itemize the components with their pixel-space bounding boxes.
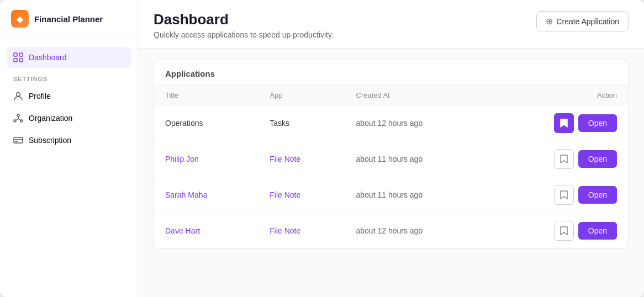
cell-app: Tasks — [258, 105, 345, 141]
sidebar-logo: ◆ Financial Planner — [0, 0, 138, 38]
main-content: Dashboard Quickly access applications to… — [138, 0, 644, 297]
table-row: Philip Jon File Note about 11 hours ago … — [154, 141, 628, 177]
col-title: Title — [154, 86, 258, 105]
org-icon — [13, 113, 23, 123]
plus-circle-icon: ⊕ — [546, 16, 553, 26]
col-app: App — [258, 86, 345, 105]
cell-action: Open — [489, 177, 628, 213]
svg-rect-0 — [14, 53, 17, 56]
table-section-title: Applications — [154, 60, 628, 85]
table-header: Title App Created At Action — [154, 86, 628, 105]
cell-action: Open — [489, 141, 628, 177]
cell-app: File Note — [258, 213, 345, 249]
cell-title: Dave Hart — [154, 213, 258, 249]
bookmark-button[interactable] — [554, 221, 574, 241]
open-button[interactable]: Open — [578, 114, 617, 132]
svg-rect-2 — [14, 59, 17, 62]
grid-icon — [13, 52, 23, 62]
cell-created-at: about 12 hours ago — [345, 213, 489, 249]
bookmark-button[interactable] — [554, 113, 574, 133]
page-header: Dashboard Quickly access applications to… — [138, 0, 644, 49]
cell-title: Sarah Maha — [154, 177, 258, 213]
cell-title: Philip Jon — [154, 141, 258, 177]
svg-rect-8 — [14, 137, 23, 143]
cell-created-at: about 11 hours ago — [345, 177, 489, 213]
app-name: Financial Planner — [34, 14, 103, 24]
applications-card: Applications Title App Created At Action… — [154, 60, 629, 249]
dashboard-label: Dashboard — [29, 53, 67, 62]
table-row: Operations Tasks about 12 hours ago Open — [154, 105, 628, 141]
cell-action: Open — [489, 213, 628, 249]
table-area: Applications Title App Created At Action… — [138, 49, 644, 297]
applications-table: Title App Created At Action Operations T… — [154, 85, 628, 248]
card-icon — [13, 135, 23, 145]
svg-rect-1 — [19, 53, 23, 56]
bookmark-button[interactable] — [554, 185, 574, 205]
table-row: Sarah Maha File Note about 11 hours ago … — [154, 177, 628, 213]
open-button[interactable]: Open — [578, 222, 617, 240]
user-icon — [13, 91, 23, 101]
table-body: Operations Tasks about 12 hours ago Open… — [154, 105, 628, 249]
cell-app: File Note — [258, 141, 345, 177]
organization-label: Organization — [29, 114, 72, 123]
page-title: Dashboard — [154, 11, 334, 28]
sidebar-item-profile[interactable]: Profile — [7, 86, 131, 107]
create-application-button[interactable]: ⊕ Create Application — [536, 11, 629, 31]
settings-section-label: SETTINGS — [7, 69, 131, 86]
sidebar: ◆ Financial Planner Dashboard SETTINGS — [0, 0, 138, 297]
sidebar-item-subscription[interactable]: Subscription — [7, 130, 131, 151]
col-created-at: Created At — [345, 86, 489, 105]
logo-icon: ◆ — [11, 10, 29, 28]
header-text: Dashboard Quickly access applications to… — [154, 11, 334, 39]
svg-rect-3 — [19, 59, 23, 62]
table-row: Dave Hart File Note about 12 hours ago O… — [154, 213, 628, 249]
cell-created-at: about 11 hours ago — [345, 141, 489, 177]
create-button-label: Create Application — [556, 17, 619, 26]
profile-label: Profile — [29, 92, 51, 100]
subscription-label: Subscription — [29, 136, 71, 145]
page-subtitle: Quickly access applications to speed up … — [154, 30, 334, 39]
open-button[interactable]: Open — [578, 150, 617, 168]
sidebar-nav: Dashboard SETTINGS Profile — [0, 38, 138, 161]
cell-action: Open — [489, 105, 628, 141]
bookmark-button[interactable] — [554, 149, 574, 169]
cell-app: File Note — [258, 177, 345, 213]
cell-created-at: about 12 hours ago — [345, 105, 489, 141]
svg-point-4 — [17, 93, 20, 97]
open-button[interactable]: Open — [578, 186, 617, 204]
sidebar-item-organization[interactable]: Organization — [7, 108, 131, 129]
cell-title: Operations — [154, 105, 258, 141]
sidebar-item-dashboard[interactable]: Dashboard — [7, 47, 131, 68]
col-action: Action — [489, 86, 628, 105]
